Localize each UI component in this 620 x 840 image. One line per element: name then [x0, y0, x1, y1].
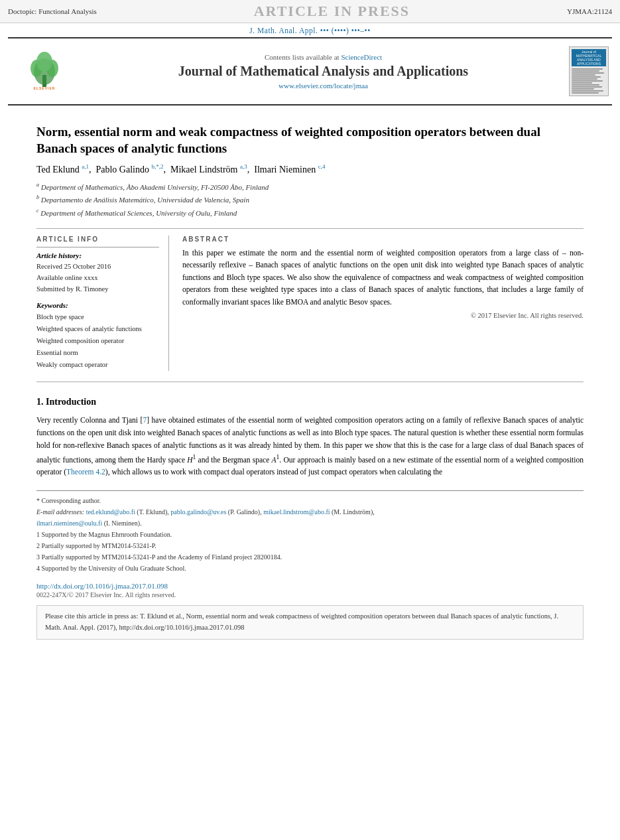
- corresponding-author: * Corresponding author.: [36, 495, 584, 506]
- history-title: Article history:: [36, 251, 159, 259]
- footnote-3: 3 Partially supported by MTM2014-53241-P…: [36, 551, 584, 563]
- journal-url[interactable]: www.elsevier.com/locate/jmaa: [279, 82, 368, 90]
- ref-7[interactable]: 7: [143, 416, 147, 424]
- citation-box: Please cite this article in press as: T.…: [36, 605, 584, 640]
- email-lindstrom[interactable]: mikael.lindstrom@abo.fi: [263, 508, 330, 516]
- section-divider: [36, 228, 584, 229]
- keyword-5: Weakly compact operator: [36, 359, 159, 371]
- keywords-title: Keywords:: [36, 301, 159, 309]
- paper-title: Norm, essential norm and weak compactnes…: [36, 124, 584, 157]
- elsevier-tree-icon: ELSEVIER: [25, 52, 64, 92]
- abstract-text: In this paper we estimate the norm and t…: [182, 247, 584, 308]
- keyword-2: Weighted spaces of analytic functions: [36, 323, 159, 335]
- intro-heading: 1. Introduction: [36, 397, 584, 407]
- keyword-3: Weighted composition operator: [36, 335, 159, 347]
- top-bar: Doctopic: Functional Analysis ARTICLE IN…: [0, 0, 620, 23]
- section-divider-2: [36, 382, 584, 382]
- available-date: Available online xxxx: [36, 273, 159, 284]
- issn-line: 0022-247X/© 2017 Elsevier Inc. All right…: [36, 591, 584, 598]
- journal-header: ELSEVIER Contents lists available at Sci…: [8, 37, 612, 105]
- received-date: Received 25 October 2016: [36, 261, 159, 273]
- journal-info-center: Contents lists available at ScienceDirec…: [81, 44, 566, 99]
- doi-link[interactable]: http://dx.doi.org/10.1016/j.jmaa.2017.01…: [36, 582, 168, 590]
- citation-text: Please cite this article in press as: T.…: [45, 612, 558, 631]
- email-addresses: E-mail addresses: ted.eklund@abo.fi (T. …: [36, 506, 584, 518]
- journal-reference: J. Math. Anal. Appl. ••• (••••) •••–••: [0, 23, 620, 37]
- footnote-1: 1 Supported by the Magnus Ehrnrooth Foun…: [36, 529, 584, 540]
- article-info-label: ARTICLE INFO: [36, 236, 159, 243]
- article-info-abstract: ARTICLE INFO Article history: Received 2…: [36, 236, 584, 371]
- footnote-2: 2 Partially supported by MTM2014-53241-P…: [36, 540, 584, 551]
- doctopic-label: Doctopic: Functional Analysis: [8, 7, 97, 15]
- intro-paragraph: Very recently Colonna and Tjani [7] have…: [36, 414, 584, 479]
- theorem-ref[interactable]: Theorem 4.2: [66, 468, 105, 476]
- paper-body: Norm, essential norm and weak compactnes…: [0, 105, 620, 646]
- abstract-column: ABSTRACT In this paper we estimate the n…: [182, 236, 584, 371]
- submitted-by: Submitted by R. Timoney: [36, 284, 159, 295]
- authors-line: Ted Eklund a,1, Pablo Galindo b,*,2, Mik…: [36, 163, 584, 175]
- article-in-press-label: ARTICLE IN PRESS: [254, 3, 410, 20]
- yjmaa-label: YJMAA:21124: [567, 7, 612, 15]
- contents-line: Contents lists available at ScienceDirec…: [265, 53, 382, 61]
- email-eklund[interactable]: ted.eklund@abo.fi: [86, 508, 135, 516]
- elsevier-logo: ELSEVIER: [8, 44, 81, 99]
- footnote-section: * Corresponding author. E-mail addresses…: [36, 490, 584, 574]
- affiliations: a Department of Mathematics, Åbo Akademi…: [36, 180, 584, 219]
- email-nieminen-link[interactable]: ilmari.nieminen@oulu.fi: [36, 520, 102, 527]
- copyright-notice: © 2017 Elsevier Inc. All rights reserved…: [182, 312, 584, 319]
- footnote-4: 4 Supported by the University of Oulu Gr…: [36, 563, 584, 574]
- svg-text:ELSEVIER: ELSEVIER: [34, 86, 56, 90]
- keyword-1: Bloch type space: [36, 311, 159, 323]
- journal-cover-image: Journal ofMATHEMATICALANALYSIS ANDAPPLIC…: [569, 46, 609, 96]
- sciencedirect-link[interactable]: ScienceDirect: [341, 53, 382, 61]
- abstract-label: ABSTRACT: [182, 236, 584, 243]
- introduction-section: 1. Introduction Very recently Colonna an…: [36, 397, 584, 479]
- keyword-4: Essential norm: [36, 347, 159, 359]
- journal-thumbnail: Journal ofMATHEMATICALANALYSIS ANDAPPLIC…: [566, 44, 612, 99]
- doi-section: http://dx.doi.org/10.1016/j.jmaa.2017.01…: [36, 581, 584, 598]
- svg-point-4: [36, 52, 52, 72]
- info-divider: [36, 247, 159, 247]
- email-galindo[interactable]: pablo.galindo@uv.es: [170, 508, 226, 516]
- email-nieminen: ilmari.nieminen@oulu.fi (I. Nieminen).: [36, 518, 584, 529]
- journal-title: Journal of Mathematical Analysis and App…: [178, 64, 468, 79]
- article-info-column: ARTICLE INFO Article history: Received 2…: [36, 236, 169, 371]
